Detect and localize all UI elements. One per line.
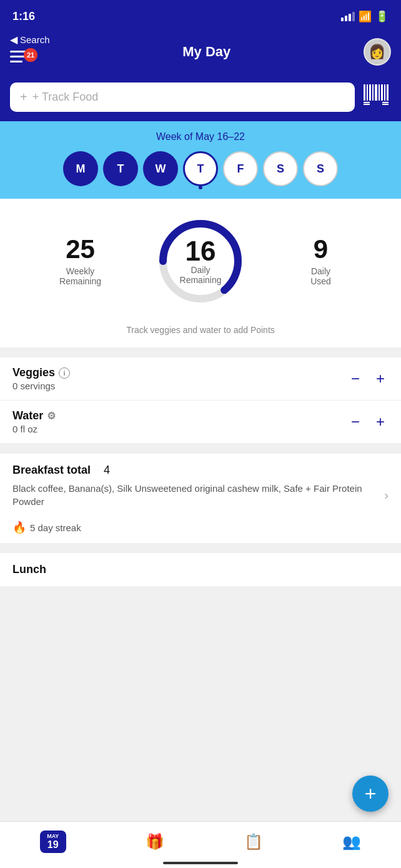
- breakfast-chevron-icon: ›: [384, 488, 389, 502]
- fab-plus-icon: +: [365, 782, 377, 806]
- day-circles: M T W T F S S: [10, 151, 391, 186]
- plus-icon: +: [20, 90, 27, 104]
- weekly-remaining-label: WeeklyRemaining: [10, 266, 151, 286]
- breakfast-foods-row[interactable]: Black coffee, Banana(s), Silk Unsweetene…: [0, 482, 401, 516]
- battery-icon: 🔋: [375, 10, 389, 23]
- water-row: Water ⚙ 0 fl oz − +: [0, 401, 401, 444]
- gift-icon: 🎁: [146, 833, 164, 851]
- track-food-input[interactable]: + + Track Food: [10, 82, 355, 112]
- day-friday[interactable]: F: [223, 151, 258, 186]
- water-gear-icon[interactable]: ⚙: [47, 410, 56, 422]
- add-fab-button[interactable]: +: [352, 776, 389, 812]
- svg-rect-1: [367, 84, 368, 101]
- stats-section: 25 WeeklyRemaining 16 DailyRemaining 9 D…: [0, 199, 401, 321]
- search-bar-section: + + Track Food: [0, 77, 401, 121]
- veggies-controls: − +: [347, 369, 389, 389]
- svg-rect-0: [364, 84, 365, 101]
- back-search-label: Search: [20, 34, 50, 45]
- back-search-button[interactable]: ◀ Search: [10, 34, 50, 46]
- notification-menu-button[interactable]: 21: [10, 48, 37, 69]
- nav-community-button[interactable]: 👥: [330, 831, 374, 853]
- lunch-title: Lunch: [12, 563, 389, 576]
- svg-rect-5: [379, 84, 380, 101]
- food-log-icon: 📋: [244, 833, 263, 851]
- day-tuesday[interactable]: T: [103, 151, 138, 186]
- donut-center: 16 DailyRemaining: [180, 237, 222, 285]
- svg-rect-10: [364, 104, 370, 105]
- nav-rewards-button[interactable]: 🎁: [133, 831, 177, 853]
- svg-rect-11: [382, 102, 389, 103]
- breakfast-section: Breakfast total 4 Black coffee, Banana(s…: [0, 454, 401, 543]
- water-decrease-button[interactable]: −: [347, 412, 364, 432]
- svg-rect-8: [387, 84, 389, 101]
- weekly-remaining-stat: 25 WeeklyRemaining: [10, 236, 151, 286]
- breakfast-foods-text: Black coffee, Banana(s), Silk Unsweetene…: [12, 482, 379, 508]
- daily-used-label: DailyUsed: [250, 266, 391, 286]
- notification-badge: 21: [24, 48, 37, 62]
- svg-rect-9: [364, 102, 370, 103]
- daily-donut-chart: 16 DailyRemaining: [151, 211, 250, 311]
- veggies-info: Veggies i 0 servings: [12, 366, 347, 391]
- week-label: Week of May 16–22: [10, 131, 391, 142]
- water-controls: − +: [347, 412, 389, 432]
- flame-icon: 🔥: [12, 521, 26, 534]
- veggies-row: Veggies i 0 servings − +: [0, 357, 401, 401]
- weekly-remaining-number: 25: [10, 236, 151, 262]
- breakfast-header: Breakfast total 4: [0, 454, 401, 482]
- day-thursday-today[interactable]: T: [183, 151, 218, 186]
- track-food-placeholder: + Track Food: [32, 91, 99, 104]
- svg-rect-3: [372, 84, 374, 101]
- nav-log-button[interactable]: 📋: [232, 831, 275, 853]
- breakfast-points: 4: [104, 464, 110, 477]
- status-time: 1:16: [12, 10, 35, 23]
- day-wednesday[interactable]: W: [143, 151, 178, 186]
- barcode-button[interactable]: [361, 82, 391, 112]
- daily-used-stat: 9 DailyUsed: [250, 236, 391, 286]
- nav-calendar-icon: MAY 19: [40, 831, 66, 853]
- bottom-nav: MAY 19 🎁 📋 👥: [0, 821, 401, 868]
- header-title: My Day: [182, 44, 230, 60]
- svg-rect-12: [382, 104, 389, 105]
- daily-remaining-number: 16: [180, 237, 222, 265]
- svg-rect-2: [369, 84, 371, 101]
- week-section: Week of May 16–22 M T W T F S S: [0, 121, 401, 199]
- avatar[interactable]: 👩: [364, 38, 391, 66]
- water-amount: 0 fl oz: [12, 424, 347, 434]
- streak-text: 5 day streak: [30, 522, 81, 533]
- status-bar: 1:16 📶 🔋: [0, 0, 401, 30]
- day-monday[interactable]: M: [63, 151, 98, 186]
- header-left: ◀ Search 21: [10, 34, 50, 69]
- nav-today-button[interactable]: MAY 19: [27, 828, 79, 856]
- community-icon: 👥: [342, 833, 361, 851]
- breakfast-title: Breakfast total 4: [12, 464, 389, 477]
- day-saturday[interactable]: S: [263, 151, 298, 186]
- status-icons: 📶 🔋: [341, 10, 389, 23]
- tracking-section: Veggies i 0 servings − + Water ⚙ 0 fl oz…: [0, 357, 401, 444]
- veggies-increase-button[interactable]: +: [372, 369, 389, 389]
- daily-used-number: 9: [250, 236, 391, 262]
- hint-text: Track veggies and water to add Points: [0, 321, 401, 352]
- water-title: Water ⚙: [12, 409, 347, 422]
- svg-rect-7: [384, 84, 385, 101]
- water-info: Water ⚙ 0 fl oz: [12, 409, 347, 434]
- veggies-info-icon[interactable]: i: [59, 367, 70, 379]
- header: ◀ Search 21 My Day 👩: [0, 30, 401, 77]
- day-sunday[interactable]: S: [303, 151, 338, 186]
- veggies-title: Veggies i: [12, 366, 347, 379]
- signal-icon: [341, 11, 355, 21]
- svg-rect-4: [375, 84, 377, 101]
- veggies-decrease-button[interactable]: −: [347, 369, 364, 389]
- veggies-servings: 0 servings: [12, 381, 347, 391]
- back-arrow-icon: ◀: [10, 34, 17, 46]
- home-indicator: [163, 862, 238, 864]
- water-increase-button[interactable]: +: [372, 412, 389, 432]
- svg-rect-6: [381, 84, 383, 101]
- wifi-icon: 📶: [359, 10, 372, 23]
- daily-remaining-label: DailyRemaining: [180, 265, 222, 285]
- lunch-section: Lunch: [0, 553, 401, 586]
- streak-row: 🔥 5 day streak: [0, 516, 401, 543]
